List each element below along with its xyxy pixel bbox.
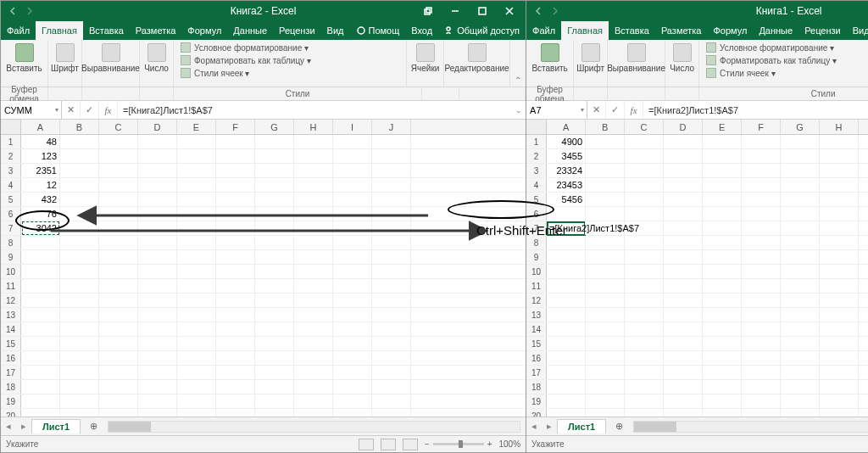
cell[interactable] bbox=[781, 409, 820, 417]
col-header[interactable]: H bbox=[294, 120, 333, 134]
tab-view[interactable]: Вид bbox=[321, 21, 350, 40]
row-header[interactable]: 14 bbox=[526, 322, 547, 336]
cell[interactable] bbox=[99, 366, 138, 379]
cell[interactable] bbox=[216, 294, 255, 307]
cell[interactable] bbox=[664, 164, 703, 177]
cell[interactable] bbox=[138, 380, 177, 394]
cell[interactable] bbox=[294, 207, 333, 221]
col-header[interactable]: C bbox=[625, 120, 664, 134]
cell[interactable] bbox=[21, 322, 60, 336]
cell[interactable] bbox=[703, 366, 742, 379]
cell[interactable] bbox=[99, 236, 138, 249]
cell[interactable] bbox=[216, 366, 255, 379]
col-header[interactable]: E bbox=[177, 120, 216, 134]
cell[interactable] bbox=[138, 250, 177, 264]
row-header[interactable]: 13 bbox=[526, 308, 547, 322]
cell[interactable] bbox=[99, 294, 138, 307]
cell[interactable] bbox=[703, 351, 742, 365]
cell[interactable] bbox=[294, 149, 333, 163]
cell[interactable] bbox=[820, 178, 859, 192]
col-header[interactable]: B bbox=[586, 120, 625, 134]
cell[interactable] bbox=[547, 409, 586, 417]
cell[interactable] bbox=[547, 207, 586, 221]
cell[interactable] bbox=[625, 366, 664, 379]
row-header[interactable]: 17 bbox=[1, 366, 21, 379]
font-button[interactable]: Шрифт bbox=[574, 42, 607, 75]
cell[interactable] bbox=[742, 294, 781, 307]
cell[interactable] bbox=[60, 221, 99, 235]
expand-formula-bar-icon[interactable]: ⌄ bbox=[512, 101, 526, 119]
cell[interactable] bbox=[781, 351, 820, 365]
cell[interactable] bbox=[586, 279, 625, 293]
row-header[interactable]: 9 bbox=[1, 250, 21, 264]
cell[interactable] bbox=[820, 394, 859, 408]
cell[interactable] bbox=[703, 178, 742, 192]
window-restore-icon[interactable] bbox=[415, 3, 441, 20]
cell[interactable] bbox=[664, 366, 703, 379]
cell[interactable] bbox=[625, 250, 664, 264]
cell[interactable] bbox=[333, 409, 372, 417]
cell[interactable] bbox=[60, 322, 99, 336]
cell[interactable] bbox=[60, 250, 99, 264]
cell[interactable]: 123 bbox=[21, 149, 60, 163]
col-header[interactable]: C bbox=[99, 120, 138, 134]
cell[interactable] bbox=[216, 193, 255, 206]
cell[interactable] bbox=[742, 164, 781, 177]
horizontal-scrollbar[interactable] bbox=[108, 421, 520, 433]
row-header[interactable]: 6 bbox=[1, 207, 21, 221]
cell[interactable] bbox=[294, 135, 333, 148]
cell[interactable] bbox=[138, 178, 177, 192]
cell[interactable]: 5456 bbox=[547, 193, 586, 206]
col-header[interactable]: D bbox=[664, 120, 703, 134]
sheet-nav-next-icon[interactable]: ▸ bbox=[16, 421, 31, 432]
col-header[interactable]: I bbox=[859, 120, 868, 134]
cell[interactable] bbox=[138, 409, 177, 417]
tab-data[interactable]: Данные bbox=[753, 21, 798, 40]
paste-button[interactable]: Вставить bbox=[529, 42, 570, 75]
cell[interactable] bbox=[372, 207, 411, 221]
cell[interactable] bbox=[859, 250, 868, 264]
cell[interactable] bbox=[703, 409, 742, 417]
cell[interactable] bbox=[372, 351, 411, 365]
cell[interactable] bbox=[781, 250, 820, 264]
cell[interactable] bbox=[138, 193, 177, 206]
row-header[interactable]: 6 bbox=[526, 207, 547, 221]
cell[interactable] bbox=[99, 265, 138, 278]
row-header[interactable]: 20 bbox=[526, 409, 547, 417]
cell[interactable]: 4900 bbox=[547, 135, 586, 148]
tab-view[interactable]: Вид bbox=[847, 21, 868, 40]
cell[interactable] bbox=[255, 308, 294, 322]
cell[interactable] bbox=[255, 207, 294, 221]
cell[interactable] bbox=[664, 178, 703, 192]
format-as-table[interactable]: Форматировать как таблицу ▾ bbox=[179, 54, 313, 66]
cell[interactable] bbox=[21, 250, 60, 264]
cell[interactable] bbox=[625, 294, 664, 307]
cell[interactable] bbox=[21, 308, 60, 322]
cell[interactable] bbox=[333, 279, 372, 293]
cell[interactable] bbox=[60, 149, 99, 163]
cell[interactable] bbox=[177, 308, 216, 322]
cell[interactable] bbox=[21, 409, 60, 417]
cell[interactable] bbox=[177, 149, 216, 163]
cell[interactable] bbox=[216, 337, 255, 350]
cell[interactable]: 2351 bbox=[21, 164, 60, 177]
cell[interactable] bbox=[664, 294, 703, 307]
cell[interactable] bbox=[703, 279, 742, 293]
cell[interactable] bbox=[703, 294, 742, 307]
cell[interactable] bbox=[547, 294, 586, 307]
number-button[interactable]: Число bbox=[142, 42, 171, 75]
cell[interactable] bbox=[547, 380, 586, 394]
cell[interactable] bbox=[586, 149, 625, 163]
cell[interactable] bbox=[703, 380, 742, 394]
cell[interactable]: 23324 bbox=[547, 164, 586, 177]
cell[interactable] bbox=[60, 135, 99, 148]
tab-layout[interactable]: Разметка bbox=[130, 21, 182, 40]
cell[interactable] bbox=[294, 193, 333, 206]
cell[interactable] bbox=[859, 308, 868, 322]
cell[interactable] bbox=[255, 279, 294, 293]
cell[interactable] bbox=[60, 193, 99, 206]
row-header[interactable]: 5 bbox=[1, 193, 21, 206]
cell[interactable] bbox=[177, 337, 216, 350]
tab-insert[interactable]: Вставка bbox=[609, 21, 655, 40]
cell[interactable] bbox=[586, 193, 625, 206]
